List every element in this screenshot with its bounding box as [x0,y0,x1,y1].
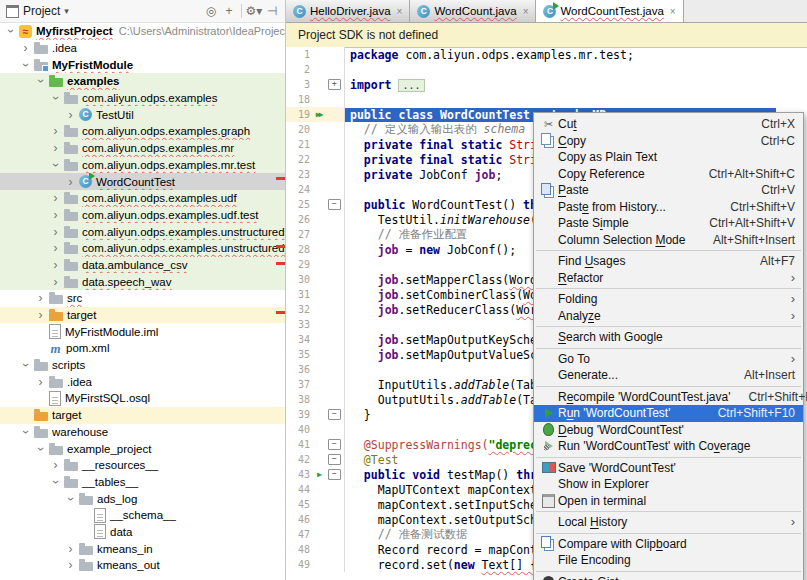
tree-item[interactable]: ›__schema__ [0,507,285,524]
tab-close-icon[interactable]: × [523,6,529,17]
tree-item[interactable]: ›com.aliyun.odps.examples.udf [0,190,285,207]
menu-item[interactable]: Paste from History...Ctrl+Shift+V [534,199,803,216]
tree-item[interactable]: ›.idea [0,40,285,57]
tree-item[interactable]: ›TestUtil [0,106,285,123]
tree-item[interactable]: ›scripts [0,357,285,374]
menu-item[interactable]: Paste SimpleCtrl+Alt+Shift+V [534,215,803,232]
fold-collapse-icon[interactable]: − [328,439,341,450]
tree-item[interactable]: ›com.aliyun.odps.examples.unstructured.t… [0,240,285,257]
chevron-collapsed-icon[interactable]: › [49,143,62,153]
menu-item[interactable]: ✂CutCtrl+X [534,116,803,133]
code-line[interactable]: 1▶−package com.aliyun.odps.examples.mr.t… [286,47,807,62]
locate-icon[interactable]: ◎ [202,4,220,18]
chevron-collapsed-icon[interactable]: › [49,126,62,136]
chevron-collapsed-icon[interactable]: › [49,260,62,270]
menu-item[interactable]: Open in terminal [534,493,803,510]
tree-item[interactable]: ›kmeans_out [0,557,285,574]
menu-item[interactable]: Copy ReferenceCtrl+Alt+Shift+C [534,166,803,183]
editor-tab[interactable]: WordCountTest.java× [536,0,683,22]
fold-collapse-icon[interactable]: − [328,199,341,210]
hide-panel-icon[interactable]: ⊣ [263,4,281,18]
tree-item[interactable]: ›examples [0,73,285,90]
tree-item[interactable]: ›MyfirstProjectC:\Users\Administrator\Id… [0,23,285,40]
fold-collapse-icon[interactable]: − [328,454,341,465]
tree-item[interactable]: ›com.aliyun.odps.examples.mr.test [0,157,285,174]
editor-tab[interactable]: WordCount.java× [410,0,536,22]
chevron-collapsed-icon[interactable]: › [64,544,77,554]
menu-item[interactable]: Find UsagesAlt+F7 [534,253,803,270]
chevron-expanded-icon[interactable]: › [51,475,61,488]
editor-tab[interactable]: HelloDriver.java× [286,0,410,22]
tree-item[interactable]: ›com.aliyun.odps.examples [0,90,285,107]
menu-item[interactable]: Local History› [534,514,803,531]
menu-item[interactable]: File Encoding [534,552,803,569]
menu-item[interactable]: Run 'WordCountTest' with Coverage [534,438,803,455]
tree-item[interactable]: ›data.ambulance_csv [0,257,285,274]
chevron-expanded-icon[interactable]: › [21,359,31,372]
chevron-expanded-icon[interactable]: › [66,492,76,505]
tree-item[interactable]: ›pom.xml [0,340,285,357]
menu-item[interactable]: Generate...Alt+Insert [534,367,803,384]
menu-item[interactable]: Column Selection ModeAlt+Shift+Insert [534,232,803,249]
chevron-expanded-icon[interactable]: › [36,75,46,88]
chevron-expanded-icon[interactable]: › [21,58,31,71]
menu-item[interactable]: Search with Google [534,329,803,346]
panel-caret-icon[interactable]: ▾ [64,6,69,16]
menu-item[interactable]: Debug 'WordCountTest' [534,422,803,439]
menu-item[interactable]: Refactor› [534,270,803,287]
tree-item[interactable]: ›__resources__ [0,457,285,474]
collapse-all-icon[interactable]: + [220,4,238,18]
tree-item[interactable]: ›warehouse [0,424,285,441]
menu-item[interactable]: Save 'WordCountTest' [534,460,803,477]
tree-item[interactable]: ›target [0,307,285,324]
chevron-collapsed-icon[interactable]: › [49,277,62,287]
menu-item[interactable]: Folding› [534,291,803,308]
chevron-collapsed-icon[interactable]: › [64,110,77,120]
menu-item[interactable]: Copy as Plain Text [534,149,803,166]
chevron-expanded-icon[interactable]: › [51,92,61,105]
tree-item[interactable]: ›MyFristModule [0,56,285,73]
chevron-collapsed-icon[interactable]: › [49,227,62,237]
tree-item[interactable]: ›com.aliyun.odps.examples.mr [0,140,285,157]
fold-collapse-icon[interactable]: − [328,409,341,420]
run-method-icon[interactable]: ▶ [310,470,327,479]
menu-item[interactable]: Analyze› [534,308,803,325]
chevron-collapsed-icon[interactable]: › [49,243,62,253]
code-line[interactable]: 3▶+import ... [286,77,807,92]
tree-item[interactable]: ›data [0,524,285,541]
chevron-collapsed-icon[interactable]: › [49,193,62,203]
code-line[interactable]: 18▶− [286,92,807,107]
chevron-collapsed-icon[interactable]: › [34,377,47,387]
chevron-expanded-icon[interactable]: › [36,442,46,455]
chevron-expanded-icon[interactable]: › [21,425,31,438]
menu-item[interactable]: Run 'WordCountTest'Ctrl+Shift+F10 [534,405,803,422]
tree-item[interactable]: ›target [0,407,285,424]
chevron-collapsed-icon[interactable]: › [64,560,77,570]
tree-item[interactable]: ›com.aliyun.odps.examples.unstructured [0,223,285,240]
run-class-icon[interactable]: ▶▶ [310,110,327,119]
panel-title[interactable]: Project [23,4,60,18]
tree-item[interactable]: ›MyFristModule.iml [0,323,285,340]
chevron-collapsed-icon[interactable]: › [64,177,77,187]
tree-item[interactable]: ›example_project [0,440,285,457]
tree-item[interactable]: ›MyFirstSQL.osql [0,390,285,407]
settings-icon[interactable]: ⚙▾ [245,4,263,18]
fold-collapse-icon[interactable]: − [328,469,341,480]
tree-item[interactable]: ›src [0,290,285,307]
tree-item[interactable]: ›ads_log [0,490,285,507]
chevron-collapsed-icon[interactable]: › [49,210,62,220]
chevron-collapsed-icon[interactable]: › [49,460,62,470]
tree-item[interactable]: ›.idea [0,373,285,390]
tab-close-icon[interactable]: × [397,6,403,17]
chevron-expanded-icon[interactable]: › [51,158,61,171]
menu-item[interactable]: Go To› [534,351,803,368]
menu-item[interactable]: Create Gist... [534,574,803,580]
tab-close-icon[interactable]: × [670,6,676,17]
menu-item[interactable]: PasteCtrl+V [534,182,803,199]
tree-item[interactable]: ›kmeans_in [0,540,285,557]
chevron-collapsed-icon[interactable]: › [34,293,47,303]
chevron-collapsed-icon[interactable]: › [19,43,32,53]
tree-item[interactable]: ›__tables__ [0,474,285,491]
tree-item[interactable]: ›WordCountTest [0,173,285,190]
menu-item[interactable]: Recompile 'WordCountTest.java'Ctrl+Shift… [534,389,803,406]
